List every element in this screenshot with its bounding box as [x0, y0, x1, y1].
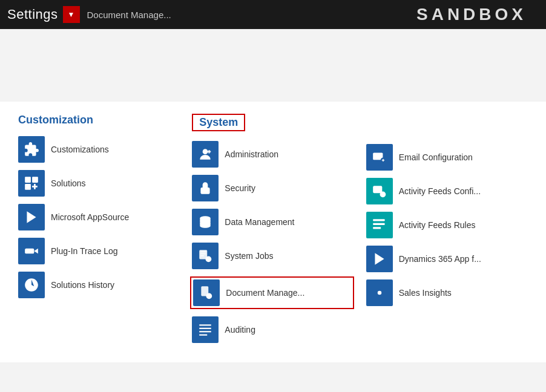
- grid-plus-icon: [18, 170, 45, 197]
- svg-rect-27: [373, 223, 385, 225]
- auditing-icon: [192, 316, 219, 343]
- plugin-trace-icon: [18, 238, 45, 264]
- auditing-label: Auditing: [225, 325, 255, 335]
- svg-marker-29: [375, 253, 384, 265]
- administration-icon: [192, 141, 219, 168]
- security-label: Security: [225, 183, 255, 193]
- settings-dropdown[interactable]: ▼: [63, 6, 80, 23]
- sidebar-item-activity-feeds-rules[interactable]: Activity Feeds Rules: [366, 212, 528, 238]
- sidebar-item-solutions-history[interactable]: Solutions History: [18, 272, 180, 298]
- activity-feeds-config-icon: [366, 178, 393, 204]
- svg-rect-2: [25, 184, 31, 190]
- system-jobs-label: System Jobs: [225, 251, 273, 261]
- sidebar-item-dynamics-365-app[interactable]: Dynamics 365 App f...: [366, 246, 528, 272]
- activity-feeds-rules-icon: [366, 212, 393, 238]
- sidebar-item-administration[interactable]: Administration: [192, 141, 354, 168]
- settings-title: Settings: [7, 7, 58, 22]
- solutions-history-icon: [18, 272, 45, 298]
- sidebar-item-appsource[interactable]: Microsoft AppSource: [18, 204, 180, 230]
- email-config-label: Email Configuration: [399, 152, 473, 162]
- dynamics-365-app-label: Dynamics 365 App f...: [399, 254, 481, 264]
- sidebar-item-data-management[interactable]: Data Management: [192, 209, 354, 235]
- sidebar-item-solutions[interactable]: Solutions: [18, 170, 180, 197]
- svg-rect-13: [201, 253, 206, 255]
- header: Settings ▼ Document Manage... SANDBOX: [0, 0, 546, 29]
- svg-rect-24: [373, 186, 382, 193]
- security-icon: [192, 175, 219, 201]
- svg-marker-3: [27, 211, 36, 223]
- email-config-icon: [366, 144, 393, 171]
- sales-insights-label: Sales Insights: [399, 288, 452, 298]
- sandbox-label: SANDBOX: [416, 5, 527, 24]
- right-column: Email Configuration Activity Feeds Confi…: [354, 114, 528, 350]
- puzzle-icon: [18, 136, 45, 163]
- svg-point-6: [203, 149, 208, 154]
- svg-rect-21: [200, 335, 208, 336]
- svg-rect-12: [201, 251, 206, 252]
- data-management-label: Data Management: [225, 217, 294, 227]
- data-management-icon: [192, 209, 219, 235]
- svg-rect-20: [200, 331, 212, 332]
- svg-marker-5: [34, 249, 38, 254]
- sidebar-item-plugin-trace[interactable]: Plug-In Trace Log: [18, 238, 180, 264]
- sales-insights-icon: [366, 279, 393, 306]
- customizations-label: Customizations: [51, 145, 109, 154]
- sidebar-item-activity-feeds-config[interactable]: Activity Feeds Confi...: [366, 178, 528, 204]
- sidebar-item-security[interactable]: Security: [192, 175, 354, 201]
- dynamics-365-app-icon: [366, 246, 393, 272]
- sidebar-item-email-config[interactable]: Email Configuration: [366, 144, 528, 171]
- main-content: Customization Customizations Solutions M…: [0, 102, 546, 362]
- appsource-label: Microsoft AppSource: [51, 212, 129, 222]
- activity-feeds-config-label: Activity Feeds Confi...: [399, 186, 481, 196]
- top-spacer: [0, 29, 546, 102]
- svg-rect-4: [25, 249, 34, 254]
- sidebar-item-system-jobs[interactable]: System Jobs: [192, 243, 354, 269]
- solutions-history-label: Solutions History: [51, 280, 114, 290]
- system-column: System Administration Security Data Mana…: [180, 114, 354, 350]
- svg-rect-19: [200, 328, 212, 329]
- sidebar-item-sales-insights[interactable]: Sales Insights: [366, 279, 528, 306]
- document-manage-label: Document Manage...: [226, 288, 304, 298]
- sidebar-item-document-manage[interactable]: Document Manage...: [190, 276, 354, 309]
- plugin-trace-label: Plug-In Trace Log: [51, 246, 118, 256]
- customization-column: Customization Customizations Solutions M…: [18, 114, 180, 350]
- svg-rect-28: [373, 227, 381, 229]
- svg-point-9: [205, 190, 206, 192]
- header-page: Document Manage...: [87, 10, 171, 20]
- svg-rect-0: [25, 177, 31, 183]
- activity-feeds-rules-label: Activity Feeds Rules: [399, 220, 476, 230]
- svg-rect-18: [200, 324, 212, 325]
- document-manage-icon: [193, 279, 220, 306]
- system-title: System: [192, 114, 245, 131]
- svg-rect-26: [373, 219, 385, 221]
- svg-rect-1: [32, 177, 38, 183]
- system-jobs-icon: [192, 243, 219, 269]
- sidebar-item-customizations[interactable]: Customizations: [18, 136, 180, 163]
- svg-rect-14: [201, 255, 204, 256]
- appsource-icon: [18, 204, 45, 230]
- solutions-label: Solutions: [51, 178, 86, 188]
- svg-point-30: [377, 291, 381, 295]
- administration-label: Administration: [225, 149, 278, 159]
- customization-title: Customization: [18, 114, 180, 126]
- sidebar-item-auditing[interactable]: Auditing: [192, 316, 354, 343]
